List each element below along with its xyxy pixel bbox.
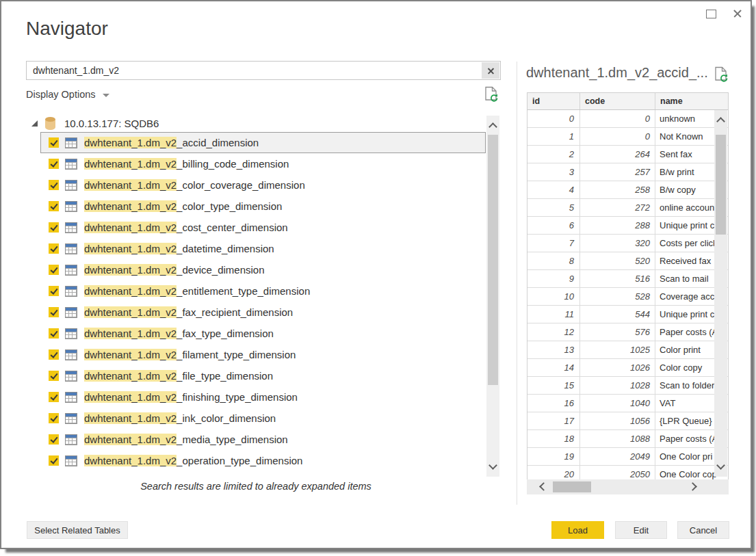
search-match-highlight: dwhtenant_1.dm_v2 <box>84 137 177 148</box>
table-icon <box>65 371 77 382</box>
preview-row: 2264Sent fax <box>527 146 728 163</box>
scrollbar-thumb[interactable] <box>488 135 498 385</box>
search-box <box>26 61 501 80</box>
table-row[interactable]: dwhtenant_1.dm_v2_billing_code_dimension <box>40 153 486 174</box>
checkbox-checked-icon[interactable] <box>49 434 59 445</box>
checkbox-checked-icon[interactable] <box>49 159 59 169</box>
cell-id: 3 <box>527 163 580 181</box>
display-options-dropdown[interactable]: Display Options <box>26 89 109 100</box>
table-name-rest: _ink_color_dimension <box>177 412 276 424</box>
checkbox-checked-icon[interactable] <box>49 137 59 148</box>
table-row[interactable]: dwhtenant_1.dm_v2_operation_type_dimensi… <box>40 450 486 471</box>
table-name-label: dwhtenant_1.dm_v2_color_coverage_dimensi… <box>84 179 305 191</box>
scroll-up-icon[interactable] <box>488 122 497 131</box>
preview-row: 141026Color copy <box>527 359 728 377</box>
scroll-left-icon[interactable] <box>539 482 548 491</box>
table-row[interactable]: dwhtenant_1.dm_v2_media_type_dimension <box>40 429 486 450</box>
table-row[interactable]: dwhtenant_1.dm_v2_fax_recipient_dimensio… <box>40 302 486 323</box>
select-related-tables-button[interactable]: Select Related Tables <box>27 521 128 539</box>
table-name-rest: _color_coverage_dimension <box>177 179 305 191</box>
checkbox-checked-icon[interactable] <box>49 201 59 211</box>
cell-id: 8 <box>527 252 580 269</box>
table-icon <box>65 159 77 170</box>
preview-row: 9516Scan to mail <box>527 270 728 288</box>
table-icon <box>65 455 77 466</box>
table-name-rest: _device_dimension <box>177 264 264 276</box>
cell-id: 16 <box>527 395 580 412</box>
table-icon <box>65 307 77 318</box>
scrollbar-thumb[interactable] <box>553 481 591 492</box>
maximize-button[interactable] <box>704 7 718 21</box>
clear-icon <box>487 67 495 75</box>
cell-code: 1025 <box>580 341 655 358</box>
checkbox-checked-icon[interactable] <box>49 392 59 402</box>
table-icon <box>65 349 77 360</box>
checkbox-checked-icon[interactable] <box>49 180 59 190</box>
search-match-highlight: dwhtenant_1.dm_v2 <box>84 243 177 254</box>
table-name-label: dwhtenant_1.dm_v2_cost_center_dimension <box>84 222 288 233</box>
preview-vscrollbar[interactable] <box>714 110 727 477</box>
column-header-id: id <box>527 93 580 109</box>
table-row[interactable]: dwhtenant_1.dm_v2_entitlement_type_dimen… <box>40 280 486 302</box>
preview-row: 4258B/w copy <box>527 181 728 199</box>
checkbox-checked-icon[interactable] <box>49 371 59 381</box>
cell-code: 0 <box>580 128 655 145</box>
table-row[interactable]: dwhtenant_1.dm_v2_accid_dimension <box>40 132 486 153</box>
refresh-preview-icon[interactable] <box>483 86 499 104</box>
preview-title: dwhtenant_1.dm_v2_accid_... <box>526 65 708 81</box>
cell-id: 13 <box>527 341 580 358</box>
scroll-down-icon[interactable] <box>488 461 497 470</box>
refresh-preview-icon[interactable] <box>713 66 729 84</box>
scroll-right-icon[interactable] <box>688 482 697 491</box>
preview-hscrollbar[interactable] <box>527 479 729 494</box>
search-match-highlight: dwhtenant_1.dm_v2 <box>84 349 177 360</box>
table-row[interactable]: dwhtenant_1.dm_v2_fax_type_dimension <box>40 323 486 344</box>
cancel-button[interactable]: Cancel <box>677 521 729 539</box>
cell-code: 0 <box>580 110 655 127</box>
table-row[interactable]: dwhtenant_1.dm_v2_filament_type_dimensio… <box>40 344 486 365</box>
table-icon <box>65 222 77 233</box>
checkbox-checked-icon[interactable] <box>49 328 59 339</box>
table-row[interactable]: dwhtenant_1.dm_v2_device_dimension <box>40 259 486 280</box>
checkbox-checked-icon[interactable] <box>49 349 59 360</box>
table-icon <box>65 243 77 254</box>
table-row[interactable]: dwhtenant_1.dm_v2_cost_center_dimension <box>40 217 486 238</box>
database-icon <box>45 117 55 130</box>
table-row[interactable]: dwhtenant_1.dm_v2_ink_color_dimension <box>40 408 486 429</box>
cell-id: 6 <box>527 217 580 234</box>
tree-root[interactable]: 10.0.13.177: SQDB6 <box>31 115 159 131</box>
preview-row: 00unknown <box>527 110 728 128</box>
checkbox-checked-icon[interactable] <box>49 455 59 466</box>
checkbox-checked-icon[interactable] <box>49 265 59 275</box>
search-match-highlight: dwhtenant_1.dm_v2 <box>84 200 177 212</box>
cell-id: 19 <box>527 448 580 465</box>
preview-row: 181088Paper costs (A <box>527 430 728 448</box>
table-row[interactable]: dwhtenant_1.dm_v2_color_type_dimension <box>40 196 486 217</box>
table-row[interactable]: dwhtenant_1.dm_v2_file_type_dimension <box>40 365 486 386</box>
table-name-label: dwhtenant_1.dm_v2_finishing_type_dimensi… <box>84 391 298 403</box>
table-row[interactable]: dwhtenant_1.dm_v2_datetime_dimension <box>40 238 486 259</box>
collapse-arrow-icon[interactable] <box>31 120 38 127</box>
checkbox-checked-icon[interactable] <box>49 307 59 317</box>
cell-id: 12 <box>527 323 580 341</box>
scroll-up-icon[interactable] <box>716 117 725 126</box>
scrollbar-thumb[interactable] <box>716 135 726 235</box>
load-button[interactable]: Load <box>551 521 604 539</box>
cell-id: 4 <box>527 181 580 198</box>
cell-code: 576 <box>580 323 655 341</box>
edit-button[interactable]: Edit <box>615 521 667 539</box>
checkbox-checked-icon[interactable] <box>49 286 59 296</box>
close-button[interactable] <box>731 7 744 21</box>
table-row[interactable]: dwhtenant_1.dm_v2_finishing_type_dimensi… <box>40 386 486 408</box>
search-input[interactable] <box>27 62 484 79</box>
checkbox-checked-icon[interactable] <box>49 413 59 423</box>
cell-id: 14 <box>527 359 580 376</box>
scroll-down-icon[interactable] <box>716 461 725 470</box>
clear-search-button[interactable] <box>482 62 499 79</box>
table-row[interactable]: dwhtenant_1.dm_v2_color_coverage_dimensi… <box>40 174 486 196</box>
search-match-highlight: dwhtenant_1.dm_v2 <box>84 328 177 339</box>
search-match-highlight: dwhtenant_1.dm_v2 <box>84 222 177 233</box>
tree-scrollbar[interactable] <box>486 116 499 477</box>
checkbox-checked-icon[interactable] <box>49 222 59 233</box>
checkbox-checked-icon[interactable] <box>49 243 59 254</box>
